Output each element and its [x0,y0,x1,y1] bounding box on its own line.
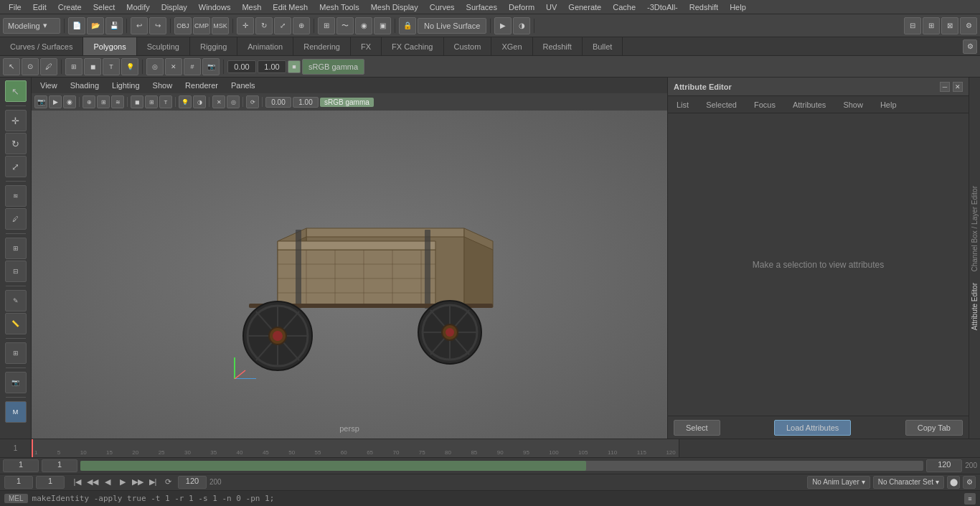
menu-edit[interactable]: Edit [27,1,52,13]
copy-tab-button[interactable]: Copy Tab [905,420,963,436]
paint-select-tool[interactable]: 🖊 [40,58,57,75]
save-file-button[interactable]: 💾 [105,17,123,34]
anim-layer-dropdown[interactable]: No Anim Layer ▾ [807,476,870,489]
timeline-playhead[interactable] [32,439,33,457]
mode-dropdown[interactable]: Modeling ▾ [3,18,60,34]
tab-xgen[interactable]: XGen [491,37,532,55]
transform-move[interactable]: ✛ [237,17,254,34]
vp-xray-btn[interactable]: ✕ [212,95,225,108]
tab-redshift[interactable]: Redshift [533,37,583,55]
new-file-button[interactable]: 📄 [68,17,85,34]
tab-rendering[interactable]: Rendering [293,37,351,55]
select-tool-btn[interactable]: ↖ [5,80,27,102]
attr-tab-attributes[interactable]: Attributes [787,99,831,111]
vp-sym-btn[interactable]: ⊞ [97,95,110,108]
tab-bullet[interactable]: Bullet [583,37,623,55]
vp-iso-btn[interactable]: ◎ [227,95,240,108]
tab-curves-surfaces[interactable]: Curves / Surfaces [0,37,83,55]
menu-3dto-all[interactable]: -3DtoAll- [641,1,684,13]
camera-btn[interactable]: 📷 [5,372,27,393]
select-mode-object[interactable]: OBJ [174,17,192,34]
snap-together-btn[interactable]: ⊟ [5,261,27,282]
select-mode-component[interactable]: CMP [193,17,210,34]
layout-button-2[interactable]: ⊞ [923,17,940,34]
go-to-end-button[interactable]: ▶| [146,476,160,489]
lasso-tool[interactable]: ⊙ [22,58,39,75]
attr-close-btn[interactable]: ✕ [953,82,963,92]
menu-edit-mesh[interactable]: Edit Mesh [267,1,314,13]
menu-create[interactable]: Create [52,1,88,13]
ipr-button[interactable]: ◑ [513,17,530,34]
tab-fx-caching[interactable]: FX Caching [382,37,443,55]
timeline-range-slider[interactable] [80,461,923,471]
grid-toggle-btn[interactable]: ⊞ [5,342,27,364]
vp-cam-btn[interactable]: 📷 [34,95,47,108]
menu-surfaces[interactable]: Surfaces [461,1,503,13]
vp-loop-btn[interactable]: ⟳ [246,95,259,108]
character-set-dropdown[interactable]: No Character Set ▾ [873,476,944,489]
grid-btn[interactable]: # [184,58,201,75]
timeline-ruler[interactable]: 1 5 10 15 20 25 30 35 40 45 50 55 60 65 … [32,439,679,457]
frame-end-input[interactable]: 1 [42,459,77,472]
command-line[interactable]: makeIdentity -apply true -t 1 -r 1 -s 1 … [32,494,960,503]
undo-button[interactable]: ↩ [131,17,148,34]
menu-mesh-display[interactable]: Mesh Display [365,1,424,13]
vp-menu-show[interactable]: Show [147,80,179,91]
vp-texture-btn[interactable]: T [159,95,172,108]
menu-mesh-tools[interactable]: Mesh Tools [314,1,364,13]
vp-sel-mask-btn[interactable]: ⊕ [83,95,95,108]
tab-rigging[interactable]: Rigging [190,37,237,55]
menu-file[interactable]: File [3,1,27,13]
live-surface-button[interactable]: No Live Surface [418,18,486,34]
vp-menu-panels[interactable]: Panels [225,80,261,91]
play-button[interactable]: ▶ [116,476,130,489]
vp-snap-btn[interactable]: ◉ [63,95,76,108]
vp-wire-btn[interactable]: ⊞ [145,95,158,108]
layout-button-3[interactable]: ⊠ [941,17,958,34]
render-button[interactable]: ▶ [494,17,512,34]
anim-options-btn[interactable]: ⚙ [963,476,976,489]
tab-custom[interactable]: Custom [444,37,492,55]
gear-settings-icon[interactable]: ⚙ [963,39,977,54]
range-start-input[interactable]: 1 [36,476,65,489]
animation-end-input[interactable]: 120 [926,459,962,472]
cmd-history-icon[interactable]: ≡ [964,493,976,505]
sculpt-btn[interactable]: 🖊 [5,208,27,230]
color-space-icon[interactable]: ■ [288,60,301,73]
transform-universal[interactable]: ⊕ [293,17,310,34]
menu-help[interactable]: Help [724,1,752,13]
viewport[interactable]: View Shading Lighting Show Renderer Pane… [32,78,667,439]
go-to-start-button[interactable]: |◀ [70,476,85,489]
live-surface-icon[interactable]: 🔒 [399,17,416,34]
next-frame-button[interactable]: ▶▶ [131,476,145,489]
step-back-button[interactable]: ◀◀ [85,476,100,489]
tab-sculpting[interactable]: Sculpting [137,37,190,55]
tab-polygons[interactable]: Polygons [83,37,136,55]
attribute-editor-tab[interactable]: Attribute Editor [969,277,980,336]
attr-tab-selected[interactable]: Selected [700,99,743,111]
vp-menu-lighting[interactable]: Lighting [106,80,146,91]
vp-menu-renderer[interactable]: Renderer [179,80,224,91]
scale-tool-btn[interactable]: ⤢ [5,156,27,177]
snap-point[interactable]: ◉ [355,17,372,34]
soft-select-btn[interactable]: ≋ [5,185,27,207]
snap-curve[interactable]: 〜 [336,17,354,34]
menu-uv[interactable]: UV [540,1,562,13]
menu-redshift[interactable]: Redshift [684,1,724,13]
lighting-btn[interactable]: 💡 [121,58,138,75]
show-ui-btn[interactable]: ⊞ [5,238,27,259]
select-mode-mask[interactable]: MSK [212,17,229,34]
attr-tab-list[interactable]: List [671,99,694,111]
wireframe-btn[interactable]: ⊞ [65,58,83,75]
menu-mesh[interactable]: Mesh [236,1,267,13]
smooth-shade-btn[interactable]: ◼ [84,58,101,75]
measure-btn[interactable]: 📏 [5,313,27,334]
channel-box-tab[interactable]: Channel Box / Layer Editor [969,180,980,278]
redo-button[interactable]: ↪ [149,17,166,34]
maya-logo-btn[interactable]: M [5,401,27,423]
scripting-mode-label[interactable]: MEL [4,494,28,503]
menu-display[interactable]: Display [156,1,193,13]
menu-select[interactable]: Select [88,1,121,13]
tab-fx[interactable]: FX [351,37,382,55]
vp-soft-btn[interactable]: ≋ [111,95,124,108]
